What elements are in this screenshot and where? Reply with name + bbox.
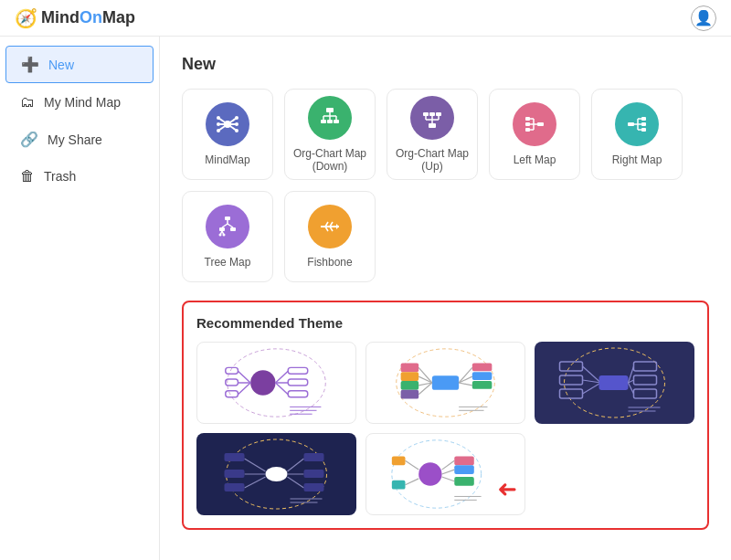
my-share-icon: 🔗 [20,131,38,148]
org-chart-down-label: Org-Chart Map(Down) [293,147,366,174]
svg-rect-103 [560,389,583,398]
svg-rect-95 [472,372,493,380]
new-icon: ➕ [21,56,39,73]
map-card-mindmap[interactable]: MindMap [182,89,273,180]
sidebar-item-trash[interactable]: 🗑 Trash [5,159,154,194]
left-map-icon [513,102,556,146]
svg-line-52 [228,224,233,227]
sidebar-item-new[interactable]: ➕ New [5,46,154,83]
svg-rect-21 [334,120,339,123]
theme-card-3[interactable] [535,342,694,424]
logo-on: On [79,8,102,26]
svg-rect-39 [525,128,530,132]
logo-icon: 🧭 [15,7,37,29]
theme-card-5[interactable]: ➜ [366,433,525,515]
recommended-section: Recommended Theme [182,301,709,530]
logo-map: Map [102,8,135,26]
section-title: New [182,55,709,74]
sidebar-label-new: New [48,58,74,72]
svg-line-113 [629,383,634,394]
user-avatar[interactable]: 👤 [691,5,716,31]
svg-rect-85 [401,363,419,372]
svg-line-94 [459,376,472,383]
sidebar-item-my-mind-map[interactable]: 🗂 My Mind Map [5,85,154,120]
svg-rect-143 [392,481,406,490]
svg-rect-137 [454,465,474,474]
svg-rect-37 [525,117,530,121]
theme-4-svg [196,433,356,515]
svg-rect-139 [454,477,474,486]
theme-3-svg [535,342,694,424]
svg-line-92 [459,367,472,383]
svg-rect-68 [288,367,308,374]
svg-line-142 [406,479,419,485]
svg-point-66 [250,370,275,395]
svg-line-71 [276,383,289,395]
svg-line-77 [238,383,250,395]
svg-rect-91 [401,390,419,399]
svg-rect-24 [436,112,441,116]
map-card-left-map[interactable]: Left Map [489,89,580,180]
svg-rect-107 [599,375,629,390]
theme-card-4[interactable] [196,433,356,515]
svg-rect-47 [641,122,646,126]
app-header: 🧭 MindOnMap 👤 [0,0,731,37]
svg-line-84 [418,367,432,383]
svg-line-118 [245,459,266,471]
svg-rect-102 [560,375,583,385]
svg-rect-31 [537,122,544,126]
svg-line-124 [288,459,304,471]
svg-rect-83 [432,375,459,390]
svg-line-122 [245,477,266,488]
svg-rect-70 [288,379,308,386]
svg-line-138 [442,477,455,481]
svg-point-12 [235,129,238,132]
svg-line-128 [288,477,304,488]
svg-rect-13 [326,108,334,112]
map-card-org-chart-down[interactable]: Org-Chart Map(Down) [284,89,376,180]
svg-point-58 [223,233,226,236]
left-map-label: Left Map [514,153,556,166]
mindmap-icon [206,102,249,146]
svg-rect-123 [225,483,245,491]
map-card-fishbone[interactable]: Fishbone [284,191,376,282]
svg-rect-129 [304,483,324,491]
tree-map-icon [206,205,249,248]
theme-card-1[interactable] [196,342,356,424]
svg-line-140 [406,460,419,470]
svg-point-117 [266,467,288,481]
main-layout: ➕ New 🗂 My Mind Map 🔗 My Share 🗑 Trash N… [0,37,731,560]
svg-rect-48 [641,128,646,132]
svg-point-10 [235,116,238,120]
svg-point-57 [219,233,222,236]
svg-rect-121 [225,470,245,478]
map-type-grid: MindMap Org-Ch [182,89,709,282]
trash-icon: 🗑 [20,168,35,185]
svg-rect-125 [304,453,324,461]
fishbone-icon [308,205,352,248]
svg-rect-46 [641,117,646,121]
svg-rect-109 [634,375,657,385]
sidebar-label-my-share: My Share [48,132,102,147]
org-chart-down-icon [308,96,352,140]
svg-line-67 [276,371,289,383]
theme-grid: ➜ [196,342,694,515]
right-map-icon [615,102,659,146]
sidebar-item-my-share[interactable]: 🔗 My Share [5,122,154,157]
map-card-right-map[interactable]: Right Map [591,89,683,180]
map-card-org-chart-up[interactable]: Org-Chart Map (Up) [387,89,478,180]
org-chart-up-label: Org-Chart Map (Up) [387,147,477,174]
sidebar-label-trash: Trash [44,169,76,184]
svg-line-106 [583,383,601,394]
map-card-tree-map[interactable]: Tree Map [182,191,273,282]
svg-rect-19 [321,120,326,123]
svg-rect-22 [423,112,429,116]
svg-line-86 [418,376,432,383]
theme-card-2[interactable] [366,342,525,424]
svg-rect-97 [472,381,493,389]
svg-rect-30 [429,123,436,128]
svg-rect-127 [304,470,324,478]
svg-rect-54 [230,227,236,231]
svg-line-51 [222,224,228,227]
svg-rect-119 [225,453,245,461]
